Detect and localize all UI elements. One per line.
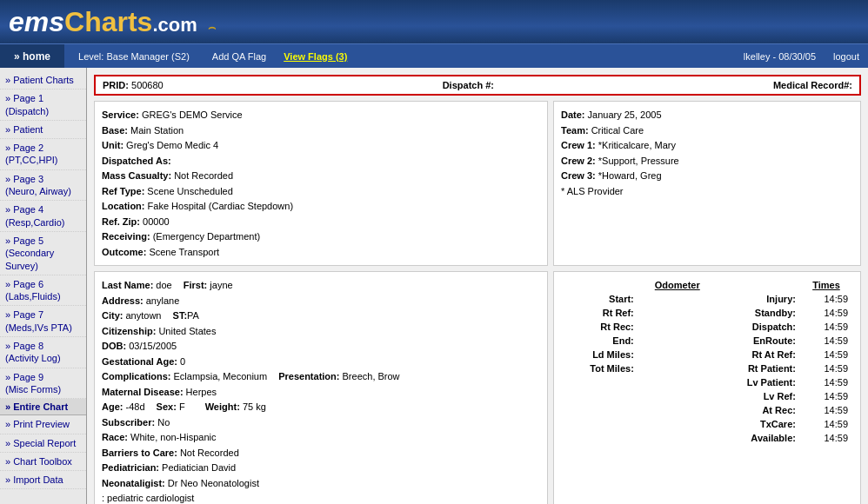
ref-type-row: Ref Type: Scene Unscheduled	[102, 184, 540, 199]
prid-field: PRID: 500680	[103, 80, 164, 90]
team-row: Team: Critical Care	[561, 123, 853, 138]
crew2-row: Crew 2: *Support, Pressure	[561, 154, 853, 169]
available-label: Available:	[718, 432, 799, 444]
name-row: Last Name: doe First: jayne	[102, 278, 540, 293]
layout: » Patient Charts » Page 1(Dispatch) » Pa…	[0, 68, 868, 504]
times-table: Odometer Times Start: Injury: 14:59 Rt R…	[561, 277, 853, 446]
level-label: Level: Base Manager (S2)	[64, 51, 204, 62]
neonatologist-row: Neonataligist: Dr Neo Neonatologist	[102, 476, 540, 491]
service-crew-section: Service: GREG's DEMO Service Base: Main …	[94, 101, 861, 266]
at-rec-value: 14:59	[801, 404, 851, 416]
logout-button[interactable]: logout	[825, 51, 868, 62]
sidebar-item-chart-toolbox[interactable]: » Chart Toolbox	[0, 453, 86, 471]
mass-casualty-row: Mass Casualty: Not Recorded	[102, 169, 540, 183]
user-info: lkelley - 08/30/05	[735, 51, 825, 62]
subscriber-row: Subscriber: No	[102, 415, 540, 430]
sidebar-item-patient-charts[interactable]: » Patient Charts	[0, 71, 86, 90]
enroute-value: 14:59	[801, 335, 851, 347]
citizenship-row: Citizenship: United States	[102, 324, 540, 339]
als-note: * ALS Provider	[561, 184, 853, 199]
rt-patient-label: Rt Patient:	[718, 362, 799, 375]
lv-ref-label: Lv Ref:	[718, 390, 799, 402]
dispatched-row: Dispatched As:	[102, 154, 540, 169]
crew3-row: Crew 3: *Howard, Greg	[561, 169, 853, 183]
city-row: City: anytown ST:PA	[102, 308, 540, 323]
odometer-header: Odometer	[639, 279, 716, 291]
txcare-value: 14:59	[801, 418, 851, 430]
unit-row: Unit: Greg's Demo Medic 4	[102, 138, 540, 153]
prid-label: PRID:	[103, 80, 129, 90]
logo-dot-com: .com	[152, 14, 197, 36]
location-row: Location: Fake Hospital (Cardiac Stepdow…	[102, 199, 540, 214]
sidebar: » Patient Charts » Page 1(Dispatch) » Pa…	[0, 68, 87, 504]
end-label: End:	[563, 335, 638, 347]
at-rec-label: At Rec:	[718, 404, 799, 416]
times-header: Times	[801, 279, 851, 291]
sidebar-item-page4[interactable]: » Page 4(Resp,Cardio)	[0, 201, 86, 232]
base-row: Base: Main Station	[102, 123, 540, 138]
sidebar-item-page8[interactable]: » Page 8(Activity Log)	[0, 337, 86, 368]
complications-row: Complications: Eclampsia, Meconium Prese…	[102, 369, 540, 384]
start-label: Start:	[563, 293, 638, 305]
sidebar-item-page5[interactable]: » Page 5(Secondary Survey)	[0, 232, 86, 275]
sidebar-item-page9[interactable]: » Page 9(Misc Forms)	[0, 368, 86, 400]
home-button[interactable]: » home	[0, 44, 64, 68]
header: emsCharts.com ⌢	[0, 0, 868, 43]
dispatch-label: Dispatch #:	[443, 80, 494, 90]
sidebar-item-special-report[interactable]: » Special Report	[0, 434, 86, 453]
standby-value: 14:59	[801, 307, 851, 319]
date-row: Date: January 25, 2005	[561, 108, 853, 123]
sidebar-item-entire-chart[interactable]: » Entire Chart	[0, 399, 86, 415]
maternal-disease-row: Maternal Disease: Herpes	[102, 385, 540, 400]
dispatch-value: 14:59	[801, 321, 851, 333]
sidebar-item-page2[interactable]: » Page 2(PT,CC,HPI)	[0, 139, 86, 170]
barriers-row: Barriers to Care: Not Recorded	[102, 446, 540, 461]
rt-rec-label: Rt Rec:	[563, 321, 638, 333]
injury-value: 14:59	[801, 293, 851, 305]
crew-info: Date: January 25, 2005 Team: Critical Ca…	[553, 101, 861, 266]
medical-record-label: Medical Record#:	[773, 80, 852, 90]
address-row: Address: anylane	[102, 294, 540, 308]
patient-info: Last Name: doe First: jayne Address: any…	[94, 271, 548, 504]
neonatologist-extra-row: : pediatric cardiologist	[102, 491, 540, 504]
dispatch-field: Dispatch #:	[443, 80, 494, 90]
medical-record-field: Medical Record#:	[773, 80, 852, 90]
standby-label: Standby:	[718, 307, 799, 319]
ld-miles-label: Ld Miles:	[563, 348, 638, 361]
dispatch-label: Dispatch:	[718, 321, 799, 333]
dob-row: DOB: 03/15/2005	[102, 339, 540, 354]
patient-times-section: Last Name: doe First: jayne Address: any…	[94, 271, 861, 504]
sidebar-item-page1[interactable]: » Page 1(Dispatch)	[0, 90, 86, 121]
pediatrician-row: Pediatrician: Pediatician David	[102, 461, 540, 475]
enroute-label: EnRoute:	[718, 335, 799, 347]
sidebar-item-page7[interactable]: » Page 7(Meds,IVs PTA)	[0, 306, 86, 337]
sidebar-item-page3[interactable]: » Page 3(Neuro, Airway)	[0, 170, 86, 202]
service-row: Service: GREG's DEMO Service	[102, 108, 540, 123]
ref-zip-row: Ref. Zip: 00000	[102, 215, 540, 229]
logo-charts: Charts	[64, 6, 152, 37]
lv-ref-value: 14:59	[801, 390, 851, 402]
addqa-button[interactable]: Add QA Flag	[204, 51, 275, 62]
navbar: » home Level: Base Manager (S2) Add QA F…	[0, 43, 868, 68]
rt-patient-value: 14:59	[801, 362, 851, 375]
txcare-label: TxCare:	[718, 418, 799, 430]
tot-miles-label: Tot Miles:	[563, 362, 638, 375]
gestational-row: Gestational Age: 0	[102, 355, 540, 369]
viewflags-button[interactable]: View Flags (3)	[275, 51, 356, 62]
sidebar-item-page6[interactable]: » Page 6(Labs,Fluids)	[0, 275, 86, 307]
age-sex-weight-row: Age: -48d Sex: F Weight: 75 kg	[102, 400, 540, 414]
prid-box: PRID: 500680 Dispatch #: Medical Record#…	[94, 75, 861, 96]
logo-arc: ⌢	[208, 20, 216, 35]
sidebar-item-print-preview[interactable]: » Print Preview	[0, 415, 86, 434]
outcome-row: Outcome: Scene Transport	[102, 245, 540, 260]
logo-ems: ems	[9, 6, 64, 37]
main-content: PRID: 500680 Dispatch #: Medical Record#…	[87, 68, 868, 504]
receiving-row: Receiving: (Emergency Department)	[102, 229, 540, 244]
rt-at-label: Rt At Ref:	[718, 348, 799, 361]
sidebar-item-import-data[interactable]: » Import Data	[0, 471, 86, 489]
service-info: Service: GREG's DEMO Service Base: Main …	[94, 101, 548, 266]
crew1-row: Crew 1: *Kriticalcare, Mary	[561, 138, 853, 153]
sidebar-item-patient[interactable]: » Patient	[0, 121, 86, 139]
logo: emsCharts.com ⌢	[9, 6, 216, 38]
rt-ref-label: Rt Ref:	[563, 307, 638, 319]
